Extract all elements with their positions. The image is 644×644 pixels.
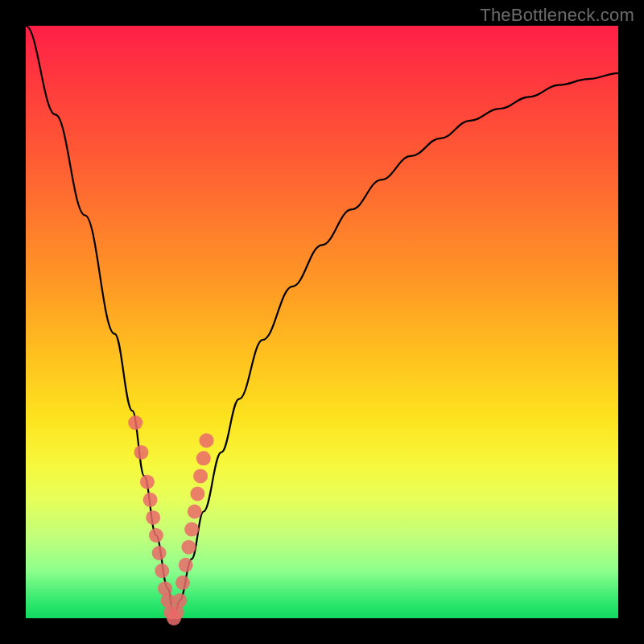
watermark-text: TheBottleneck.com (480, 5, 634, 26)
marker-point (172, 593, 187, 608)
curve-layer (26, 26, 618, 618)
marker-point (143, 493, 158, 507)
bottleneck-curve (26, 26, 618, 618)
marker-point (134, 445, 149, 460)
marker-point (179, 558, 193, 572)
marker-point (196, 451, 211, 465)
marker-point (140, 475, 155, 489)
marker-point (152, 546, 167, 560)
marker-point (146, 510, 160, 525)
chart-frame: TheBottleneck.com (0, 0, 644, 644)
marker-point (155, 564, 169, 578)
marker-point (175, 576, 190, 590)
marker-point (184, 522, 199, 537)
marker-point (188, 505, 202, 519)
marker-point (181, 540, 196, 555)
marker-point (149, 528, 163, 543)
marker-point (190, 486, 204, 501)
plot-area (26, 26, 618, 618)
marker-point (200, 433, 214, 448)
marker-point (193, 469, 208, 483)
marker-point (128, 415, 142, 430)
